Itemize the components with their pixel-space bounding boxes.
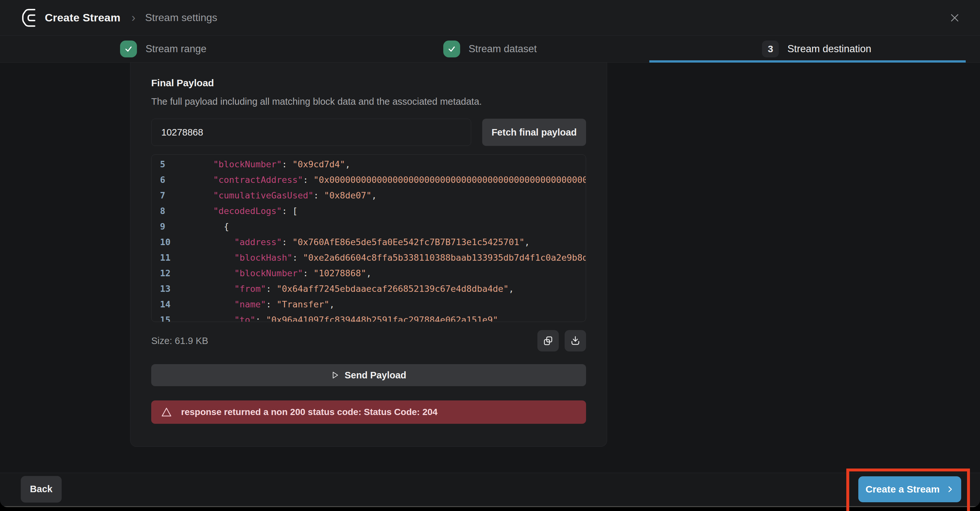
- chevron-right-icon: [946, 486, 954, 493]
- code-line: 10 "address": "0x760AfE86e5de5fa0Ee542fc…: [151, 235, 586, 250]
- code-line: 12 "blockNumber": "10278868",: [151, 265, 586, 281]
- download-icon: [570, 335, 581, 346]
- play-icon: [331, 371, 339, 379]
- close-icon[interactable]: [948, 11, 962, 25]
- code-line-number: 8: [151, 203, 171, 219]
- error-message: response returned a non 200 status code:…: [181, 407, 438, 417]
- code-line: 9 {: [151, 219, 586, 235]
- create-a-stream-label: Create a Stream: [865, 484, 939, 495]
- warning-triangle-icon: [161, 406, 172, 417]
- modal-footer: Back Create a Stream: [0, 473, 980, 507]
- create-stream-modal: Create Stream › Stream settings Stream r…: [0, 0, 980, 507]
- code-line: 6 "contractAddress": "0x0000000000000000…: [151, 172, 586, 188]
- panel-description: The full payload including all matching …: [151, 96, 586, 107]
- code-line-number: 14: [151, 297, 171, 312]
- code-line-number: 15: [151, 312, 171, 322]
- step-tab-stream-dataset[interactable]: Stream dataset: [327, 36, 654, 62]
- payload-size-label: Size: 61.9 KB: [151, 336, 208, 346]
- panel-title: Final Payload: [151, 78, 586, 89]
- code-line-number: 13: [151, 281, 171, 297]
- code-line-number: 11: [151, 250, 171, 265]
- code-line-number: 5: [151, 157, 171, 172]
- back-button[interactable]: Back: [21, 476, 62, 503]
- quicknode-logo-icon: [21, 8, 38, 27]
- download-payload-button[interactable]: [565, 330, 586, 351]
- page-title: Create Stream: [45, 11, 120, 24]
- send-payload-button[interactable]: Send Payload: [151, 364, 586, 386]
- step-tab-stream-range[interactable]: Stream range: [0, 36, 327, 62]
- payload-code-viewer[interactable]: 5 "blockNumber": "0x9cd7d4",6 "contractA…: [151, 154, 586, 322]
- code-line: 13 "from": "0x64aff7245ebdaaecaf26685213…: [151, 281, 586, 297]
- step-complete-check-icon: [443, 41, 460, 57]
- fetch-final-payload-button[interactable]: Fetch final payload: [482, 119, 586, 146]
- step-label: Stream destination: [787, 43, 871, 55]
- code-line: 14 "name": "Transfer",: [151, 297, 586, 312]
- step-number-badge: 3: [762, 41, 779, 57]
- step-label: Stream dataset: [469, 43, 537, 55]
- copy-icon: [542, 335, 554, 346]
- step-complete-check-icon: [120, 41, 137, 57]
- breadcrumb-chevron-icon: ›: [131, 11, 135, 25]
- final-payload-panel: Final Payload The full payload including…: [130, 63, 607, 447]
- code-line-number: 12: [151, 265, 171, 281]
- code-line: 11 "blockHash": "0xe2a6d6604c8ffa5b33811…: [151, 250, 586, 265]
- code-line: 15 "to": "0x96a41097fc839448b2591fac2978…: [151, 312, 586, 322]
- code-line: 8 "decodedLogs": [: [151, 203, 586, 219]
- block-number-input[interactable]: [151, 119, 471, 146]
- step-label: Stream range: [145, 43, 206, 55]
- step-tab-stream-destination[interactable]: 3Stream destination: [653, 36, 980, 62]
- error-banner: response returned a non 200 status code:…: [151, 400, 586, 424]
- code-line-number: 9: [151, 219, 171, 235]
- code-line-number: 10: [151, 235, 171, 250]
- copy-payload-button[interactable]: [538, 330, 559, 351]
- create-a-stream-button[interactable]: Create a Stream: [858, 476, 961, 502]
- window-bottom-edge: [0, 506, 980, 507]
- breadcrumb: Stream settings: [145, 12, 217, 24]
- code-line: 7 "cumulativeGasUsed": "0x8de07",: [151, 188, 586, 203]
- code-line: 5 "blockNumber": "0x9cd7d4",: [151, 157, 586, 172]
- modal-header: Create Stream › Stream settings: [0, 0, 980, 36]
- send-payload-label: Send Payload: [345, 370, 406, 381]
- code-line-number: 6: [151, 172, 171, 188]
- step-tabbar: Stream rangeStream dataset3Stream destin…: [0, 36, 980, 63]
- code-line-number: 7: [151, 188, 171, 203]
